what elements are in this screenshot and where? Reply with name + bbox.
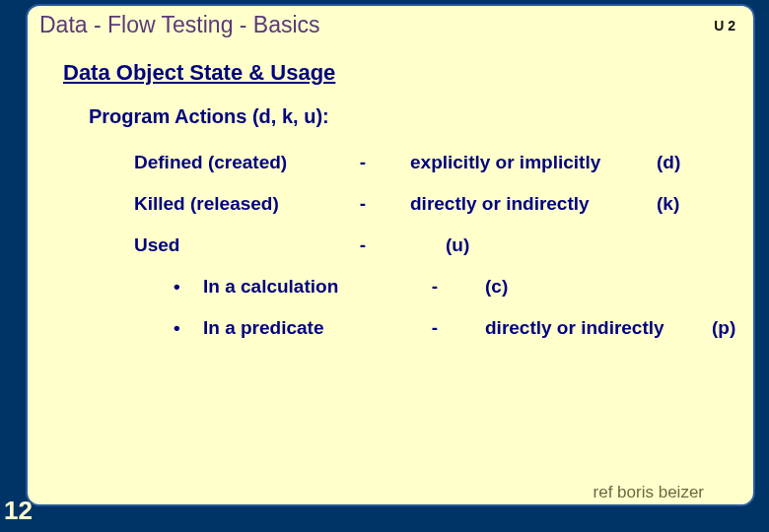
dash-sep: - — [351, 234, 375, 256]
title-row: Data - Flow Testing - Basics U 2 — [28, 6, 753, 42]
slide-card: Data - Flow Testing - Basics U 2 Data Ob… — [26, 4, 755, 506]
section-heading: Program Actions (d, k, u): — [89, 105, 753, 128]
sub-action-detail: directly or indirectly — [485, 317, 712, 339]
action-row-defined: Defined (created) - explicitly or implic… — [28, 152, 753, 173]
dash-sep: - — [420, 276, 450, 298]
action-label: Used — [134, 234, 351, 256]
page-number: 12 — [4, 496, 33, 526]
sub-action-label: In a predicate — [203, 317, 420, 339]
sub-action-detail: (c) — [485, 276, 712, 298]
action-row-killed: Killed (released) - directly or indirect… — [28, 193, 753, 215]
sub-action-row-predicate: • In a predicate - directly or indirectl… — [28, 317, 753, 339]
unit-tag: U 2 — [714, 18, 735, 33]
sub-title: Data Object State & Usage — [63, 60, 753, 86]
dash-sep: - — [420, 317, 450, 339]
action-tag: (d) — [657, 152, 712, 173]
credit-text: ref boris beizer — [594, 483, 704, 502]
slide-title: Data - Flow Testing - Basics — [39, 12, 320, 38]
action-label: Defined (created) — [134, 152, 351, 173]
action-label: Killed (released) — [134, 193, 351, 215]
action-desc: explicitly or implicitly — [410, 152, 657, 173]
action-row-used: Used - (u) — [28, 234, 753, 256]
action-rows: Defined (created) - explicitly or implic… — [28, 152, 753, 339]
sub-action-row-calc: • In a calculation - (c) — [28, 276, 753, 298]
action-desc: directly or indirectly — [410, 193, 657, 215]
action-tag: (k) — [657, 193, 712, 215]
action-desc: (u) — [410, 234, 657, 256]
dash-sep: - — [351, 152, 375, 173]
bullet-icon: • — [174, 317, 203, 339]
sub-action-tag: (p) — [712, 317, 761, 339]
sub-action-rows: • In a calculation - (c) • In a predicat… — [28, 276, 753, 339]
dash-sep: - — [351, 193, 375, 215]
sub-action-label: In a calculation — [203, 276, 420, 298]
bullet-icon: • — [174, 276, 203, 298]
